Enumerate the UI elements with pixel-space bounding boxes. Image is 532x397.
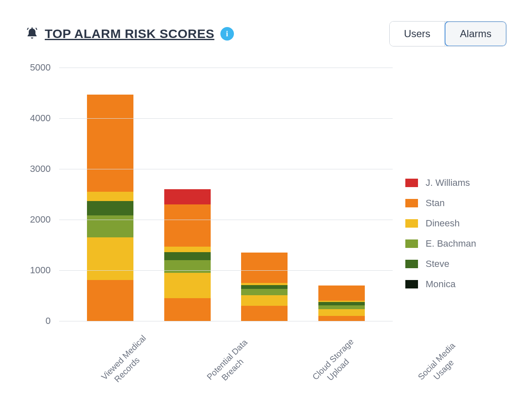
header: TOP ALARM RISK SCORES i Users Alarms [25,21,507,46]
bar-segment [87,280,133,290]
bar-segment [164,298,211,303]
bar-segment [318,286,365,301]
page-title[interactable]: TOP ALARM RISK SCORES [45,27,214,41]
bar-segment [164,204,211,247]
bar-segment [164,189,211,204]
legend-item[interactable]: Stan [405,198,476,209]
bar-segment [164,273,211,298]
legend-label: E. Bachman [426,238,476,249]
legend-swatch [405,179,418,187]
legend-label: J. Williams [426,177,470,188]
bar[interactable] [241,253,288,321]
legend-swatch [405,280,418,288]
y-tick: 4000 [30,114,51,123]
y-axis: 500040003000200010000 [25,68,51,321]
gridline [59,169,393,169]
bar-segment [318,309,365,316]
x-axis-label: Viewed MedicalRecords [99,342,147,390]
bar-segment [164,247,211,252]
legend-item[interactable]: Monica [405,279,476,290]
legend-label: Monica [426,279,456,290]
bar-segment [164,252,211,260]
x-axis-label: Cloud StorageUpload [310,342,358,390]
gridline [59,321,393,321]
bar-segment [87,95,133,192]
bar-segment [241,289,288,296]
bar-segment [241,295,288,306]
chart: 500040003000200010000 J. WilliamsStanDin… [25,68,507,321]
bar-segment [87,237,133,280]
x-axis-labels: Viewed MedicalRecordsPotential DataBreac… [59,336,507,358]
legend-swatch [405,260,418,268]
toggle-users-button[interactable]: Users [390,22,445,46]
legend-item[interactable]: Steve [405,258,476,269]
bar-segment [318,302,365,305]
bar[interactable] [87,95,133,321]
toggle-alarms-button[interactable]: Alarms [445,21,507,46]
bar-segment [87,201,133,215]
bar[interactable] [164,189,211,321]
y-tick: 2000 [30,215,51,224]
legend-label: Dineesh [426,218,460,229]
gridline [59,270,393,271]
gridline [59,220,393,220]
bar-segment [164,303,211,321]
gridline [59,118,393,119]
bar-segment [164,260,211,273]
y-tick: 1000 [30,266,51,275]
legend-item[interactable]: E. Bachman [405,238,476,249]
y-tick: 0 [46,316,51,326]
plot-area [59,68,393,321]
view-toggle: Users Alarms [389,21,507,46]
title-group: TOP ALARM RISK SCORES i [25,26,234,41]
legend-swatch [405,239,418,248]
legend-swatch [405,219,418,228]
bar-segment [241,285,288,288]
bar-segment [241,311,288,321]
legend-label: Stan [426,198,445,209]
y-tick: 5000 [30,63,51,72]
bar-segment [318,305,365,310]
chart-plot: 500040003000200010000 [25,68,393,321]
info-icon[interactable]: i [220,27,234,41]
bar-segment [241,306,288,311]
bar-segment [87,192,133,201]
bar[interactable] [318,286,365,321]
legend-item[interactable]: Dineesh [405,218,476,229]
gridline [59,68,393,68]
x-axis-label: Social MediaUsage [415,342,464,390]
bar-segment [87,290,133,321]
legend-swatch [405,199,418,207]
y-tick: 3000 [30,164,51,174]
bar-segment [241,253,288,283]
legend: J. WilliamsStanDineeshE. BachmanSteveMon… [405,177,476,290]
legend-item[interactable]: J. Williams [405,177,476,188]
bars-container [59,68,393,321]
x-axis-label: Potential DataBreach [204,342,253,390]
bar-segment [87,215,133,238]
legend-label: Steve [426,258,449,269]
bell-icon [25,26,39,41]
